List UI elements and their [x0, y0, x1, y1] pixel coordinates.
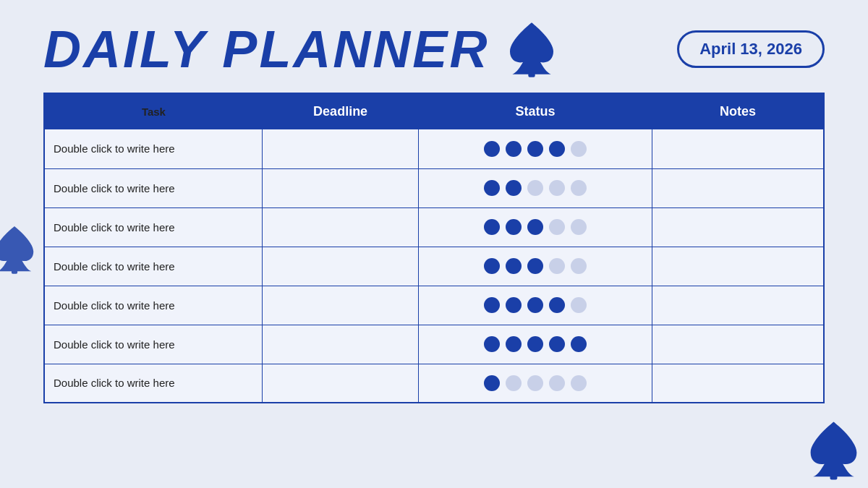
- deadline-cell-3[interactable]: [263, 247, 419, 286]
- dot-2-0: [484, 219, 500, 235]
- table-row[interactable]: Double click to write here: [44, 207, 824, 247]
- dot-rating-1: [427, 180, 643, 196]
- dot-1-1: [506, 180, 522, 196]
- dot-rating-0: [427, 141, 643, 157]
- table-row[interactable]: Double click to write here: [44, 286, 824, 325]
- dot-2-1: [506, 219, 522, 235]
- dot-3-4: [571, 258, 587, 274]
- status-cell-1: [418, 168, 652, 207]
- col-notes: Notes: [652, 93, 824, 129]
- task-cell-4[interactable]: Double click to write here: [44, 286, 263, 325]
- dot-3-2: [527, 258, 543, 274]
- table-row[interactable]: Double click to write here: [44, 247, 824, 286]
- dot-2-2: [527, 219, 543, 235]
- page-title: DAILY PLANNER: [43, 23, 489, 75]
- notes-cell-5[interactable]: [652, 325, 824, 364]
- status-cell-5: [418, 325, 652, 364]
- dot-5-4: [571, 336, 587, 352]
- task-cell-0[interactable]: Double click to write here: [44, 129, 263, 168]
- dot-1-3: [549, 180, 565, 196]
- dot-5-1: [506, 336, 522, 352]
- table-header-row: Task Deadline Status Notes: [44, 93, 824, 129]
- dot-0-0: [484, 141, 500, 157]
- planner-table-container: Task Deadline Status Notes Double click …: [43, 93, 825, 403]
- dot-0-3: [549, 141, 565, 157]
- col-deadline: Deadline: [263, 93, 419, 129]
- status-cell-3: [418, 247, 652, 286]
- dot-6-2: [527, 375, 543, 391]
- notes-cell-6[interactable]: [652, 364, 824, 403]
- dot-1-2: [527, 180, 543, 196]
- task-cell-5[interactable]: Double click to write here: [44, 325, 263, 364]
- deadline-cell-6[interactable]: [263, 364, 419, 403]
- dot-0-1: [506, 141, 522, 157]
- deadline-cell-0[interactable]: [263, 129, 419, 168]
- dot-rating-4: [427, 297, 643, 313]
- dot-rating-2: [427, 219, 643, 235]
- task-cell-6[interactable]: Double click to write here: [44, 364, 263, 403]
- dot-4-2: [527, 297, 543, 313]
- dot-4-4: [571, 297, 587, 313]
- task-cell-1[interactable]: Double click to write here: [44, 168, 263, 207]
- dot-rating-3: [427, 258, 643, 274]
- page: DAILY PLANNER April 13, 2026 Task Deadli…: [0, 0, 868, 488]
- col-task: Task: [44, 93, 263, 129]
- dot-1-0: [484, 180, 500, 196]
- deadline-cell-2[interactable]: [263, 207, 419, 247]
- dot-2-4: [571, 219, 587, 235]
- table-row[interactable]: Double click to write here: [44, 325, 824, 364]
- notes-cell-3[interactable]: [652, 247, 824, 286]
- dot-6-3: [549, 375, 565, 391]
- task-cell-2[interactable]: Double click to write here: [44, 207, 263, 247]
- dot-5-0: [484, 336, 500, 352]
- notes-cell-0[interactable]: [652, 129, 824, 168]
- svg-rect-2: [830, 475, 838, 480]
- dot-0-2: [527, 141, 543, 157]
- date-badge: April 13, 2026: [677, 30, 825, 68]
- status-cell-0: [418, 129, 652, 168]
- date-label: April 13, 2026: [699, 40, 802, 59]
- dot-4-3: [549, 297, 565, 313]
- dot-rating-6: [427, 375, 643, 391]
- notes-cell-1[interactable]: [652, 168, 824, 207]
- dot-3-0: [484, 258, 500, 274]
- dot-5-3: [549, 336, 565, 352]
- status-cell-4: [418, 286, 652, 325]
- table-row[interactable]: Double click to write here: [44, 168, 824, 207]
- dot-6-0: [484, 375, 500, 391]
- dot-5-2: [527, 336, 543, 352]
- dot-0-4: [571, 141, 587, 157]
- header: DAILY PLANNER April 13, 2026: [0, 0, 868, 93]
- deadline-cell-4[interactable]: [263, 286, 419, 325]
- svg-rect-1: [529, 72, 535, 77]
- dot-6-1: [506, 375, 522, 391]
- title-area: DAILY PLANNER: [43, 20, 557, 78]
- spade-header-icon: [506, 20, 557, 78]
- dot-rating-5: [427, 336, 643, 352]
- task-cell-3[interactable]: Double click to write here: [44, 247, 263, 286]
- col-status: Status: [418, 93, 652, 129]
- dot-3-3: [549, 258, 565, 274]
- dot-4-1: [506, 297, 522, 313]
- svg-rect-0: [12, 270, 17, 274]
- notes-cell-4[interactable]: [652, 286, 824, 325]
- spade-left-icon: [0, 224, 36, 275]
- notes-cell-2[interactable]: [652, 207, 824, 247]
- dot-3-1: [506, 258, 522, 274]
- status-cell-2: [418, 207, 652, 247]
- table-row[interactable]: Double click to write here: [44, 364, 824, 403]
- dot-6-4: [571, 375, 587, 391]
- dot-4-0: [484, 297, 500, 313]
- status-cell-6: [418, 364, 652, 403]
- deadline-cell-1[interactable]: [263, 168, 419, 207]
- dot-1-4: [571, 180, 587, 196]
- deadline-cell-5[interactable]: [263, 325, 419, 364]
- spade-bottom-right-icon: [807, 419, 861, 481]
- table-row[interactable]: Double click to write here: [44, 129, 824, 168]
- planner-table: Task Deadline Status Notes Double click …: [43, 93, 825, 403]
- dot-2-3: [549, 219, 565, 235]
